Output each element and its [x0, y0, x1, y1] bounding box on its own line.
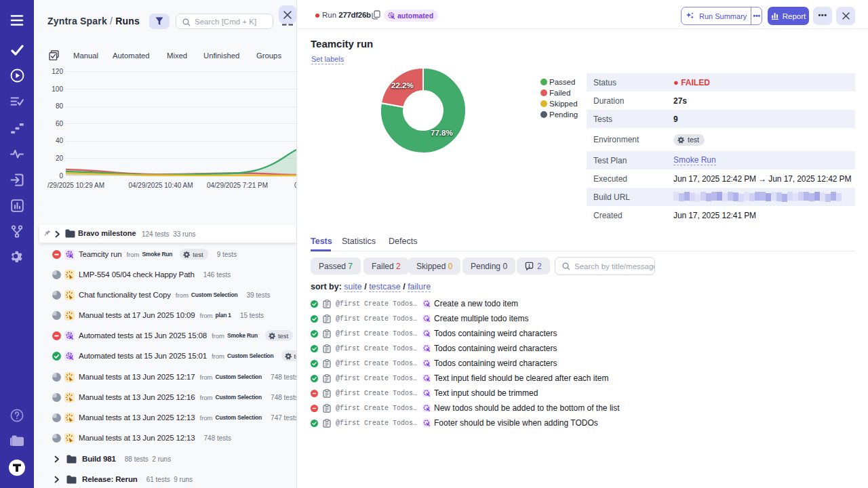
svg-text:04/29/2025 10:40 AM: 04/29/2025 10:40 AM [128, 182, 193, 189]
svg-text:80: 80 [56, 102, 64, 110]
svg-text:0: 0 [59, 172, 63, 180]
svg-text:20: 20 [56, 155, 64, 162]
svg-text:120: 120 [52, 68, 63, 75]
svg-text:60: 60 [56, 120, 64, 127]
svg-text:04/29/2025 7:21 PM: 04/29/2025 7:21 PM [207, 182, 268, 189]
svg-text:40: 40 [56, 137, 64, 144]
svg-text:/29/2025 10:29 AM: /29/2025 10:29 AM [47, 182, 104, 189]
svg-text:100: 100 [52, 85, 63, 93]
